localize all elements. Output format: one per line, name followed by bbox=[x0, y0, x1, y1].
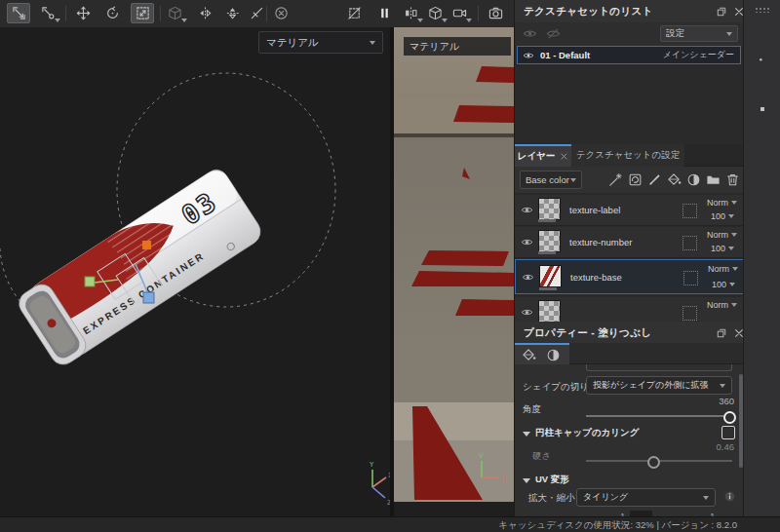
eye-icon[interactable] bbox=[523, 50, 534, 61]
tab-fill-properties[interactable] bbox=[515, 343, 569, 364]
pause-button[interactable] bbox=[372, 3, 396, 23]
uv-transform-section-header[interactable]: UV 変形 bbox=[523, 474, 569, 486]
material-mode-dropdown-3d[interactable]: マテリアル bbox=[258, 31, 383, 54]
display-settings-icon[interactable] bbox=[755, 29, 770, 45]
add-effect-wand-icon[interactable] bbox=[608, 172, 623, 187]
delete-layer-icon[interactable] bbox=[725, 172, 740, 187]
display-mode-button[interactable] bbox=[423, 3, 447, 23]
add-smart-mask-icon[interactable] bbox=[686, 172, 701, 187]
move-tool-button[interactable] bbox=[71, 3, 95, 23]
layer-row-texture-label[interactable]: texture-label Norm 100 bbox=[515, 195, 744, 226]
snap-angle-button[interactable] bbox=[245, 3, 268, 23]
transform-tool-button[interactable] bbox=[7, 3, 30, 23]
clipped-dropdown-sliver[interactable] bbox=[586, 364, 732, 371]
eye-icon[interactable] bbox=[521, 204, 533, 216]
visibility-single-icon[interactable] bbox=[546, 26, 561, 41]
toolbar-separator bbox=[266, 6, 267, 21]
layer-thumbnail[interactable] bbox=[538, 230, 561, 252]
symmetry-settings-button[interactable] bbox=[399, 3, 422, 23]
texture-set-settings-dropdown[interactable]: 設定 bbox=[660, 25, 738, 42]
pivot-mode-button[interactable] bbox=[163, 3, 186, 23]
blend-mode-dropdown[interactable]: Norm bbox=[707, 230, 740, 240]
texture-set-panel-header: テクスチャセットのリスト bbox=[515, 0, 744, 22]
uv-scale-label: 拡大・縮小 bbox=[528, 492, 575, 505]
collapse-triangle-icon bbox=[523, 432, 530, 437]
angle-slider-track[interactable] bbox=[586, 415, 732, 417]
layer-thumbnail[interactable] bbox=[538, 300, 561, 322]
frame-viewer-icon[interactable] bbox=[755, 101, 770, 117]
tab-close-icon[interactable] bbox=[560, 152, 568, 161]
axis-v-label: V bbox=[479, 452, 484, 460]
cylinder-cap-section-header[interactable]: 円柱キャップのカリング bbox=[523, 427, 640, 439]
popout-icon[interactable] bbox=[714, 325, 729, 341]
viewport-3d[interactable]: 03 EXPRESS CONTAINER bbox=[0, 27, 390, 516]
layer-row-texture-number[interactable]: texture-number Norm 100 bbox=[515, 227, 744, 258]
add-smart-material-icon[interactable] bbox=[628, 172, 643, 187]
history-icon[interactable] bbox=[755, 78, 770, 94]
axis-u-label: U bbox=[502, 475, 507, 482]
uv-scale-dropdown[interactable]: タイリング bbox=[576, 488, 716, 507]
opacity-dropdown[interactable]: 100 bbox=[711, 244, 740, 253]
chevron-down-icon bbox=[720, 384, 725, 388]
blend-mode-dropdown[interactable]: Norm bbox=[707, 300, 740, 310]
eye-icon[interactable] bbox=[521, 306, 533, 319]
mask-placeholder-icon[interactable] bbox=[682, 204, 697, 218]
properties-tabs bbox=[515, 343, 744, 364]
mask-placeholder-icon[interactable] bbox=[682, 306, 697, 321]
eye-icon[interactable] bbox=[522, 271, 534, 284]
layer-row-texture-base[interactable]: texture-base Norm 100 bbox=[515, 259, 744, 294]
collapse-triangle-icon bbox=[523, 478, 530, 483]
cylinder-cap-checkbox[interactable] bbox=[722, 426, 735, 439]
layer-thumbnail[interactable] bbox=[538, 198, 561, 220]
transform-pivot-tool-button[interactable] bbox=[36, 3, 59, 23]
info-icon[interactable] bbox=[723, 490, 736, 503]
shape-crop-dropdown[interactable]: 投影がシェイプの外側に拡張 bbox=[586, 376, 732, 395]
visibility-all-icon[interactable] bbox=[523, 26, 537, 41]
material-mode-label-2d[interactable]: マテリアル bbox=[404, 37, 511, 56]
deselect-button[interactable] bbox=[269, 3, 292, 23]
add-folder-icon[interactable] bbox=[706, 172, 721, 187]
camera-settings-button[interactable] bbox=[448, 3, 471, 23]
viewport-2d[interactable]: V U マテリアル bbox=[390, 27, 514, 516]
layer-name: texture-number bbox=[569, 227, 632, 257]
material-preview-icon[interactable] bbox=[546, 348, 561, 362]
eye-icon[interactable] bbox=[521, 236, 533, 248]
tab-texture-set-settings[interactable]: テクスチャセットの設定 bbox=[571, 144, 684, 167]
scale-tool-button[interactable] bbox=[131, 3, 154, 23]
hardness-slider-knob[interactable] bbox=[647, 456, 660, 469]
status-bar: キャッシュディスクの使用状況: 32% | バージョン : 8.2.0 bbox=[0, 516, 780, 532]
shelf-grip-handle[interactable] bbox=[755, 7, 770, 13]
channel-dropdown[interactable]: Base color bbox=[520, 171, 582, 189]
shader-settings-icon[interactable] bbox=[755, 54, 770, 69]
angle-slider-knob[interactable] bbox=[723, 411, 736, 424]
add-fill-layer-icon[interactable] bbox=[667, 172, 682, 187]
chevron-down-icon bbox=[55, 19, 60, 22]
texture-set-row[interactable]: 01 - Default メインシェーダー bbox=[517, 46, 741, 64]
viewport-2d-canvas: V U bbox=[394, 27, 514, 516]
model-container: 03 EXPRESS CONTAINER bbox=[11, 160, 266, 369]
blend-mode-dropdown[interactable]: Norm bbox=[708, 264, 741, 274]
screenshot-button[interactable] bbox=[484, 3, 507, 23]
layer-row-partial[interactable]: Norm bbox=[515, 297, 744, 322]
mirror-horizontal-button[interactable] bbox=[193, 3, 216, 23]
layer-subbar bbox=[538, 219, 556, 222]
mirror-vertical-button[interactable] bbox=[220, 3, 244, 23]
mask-placeholder-icon[interactable] bbox=[683, 271, 698, 285]
blend-mode-dropdown[interactable]: Norm bbox=[707, 198, 740, 208]
opacity-dropdown[interactable]: 100 bbox=[711, 211, 740, 221]
layer-thumbnail[interactable] bbox=[539, 265, 562, 287]
add-paint-layer-icon[interactable] bbox=[647, 172, 662, 187]
popout-icon[interactable] bbox=[714, 4, 729, 19]
toolbar-separator bbox=[65, 6, 66, 21]
tab-layers[interactable]: レイヤー bbox=[515, 144, 571, 167]
texture-set-shader[interactable]: メインシェーダー bbox=[663, 49, 734, 61]
mask-placeholder-icon[interactable] bbox=[682, 236, 697, 250]
right-shelf bbox=[743, 0, 780, 516]
rotate-tool-button[interactable] bbox=[100, 3, 124, 23]
chevron-down-icon bbox=[570, 178, 576, 182]
texture-set-toolbar: 設定 bbox=[515, 22, 744, 46]
chevron-down-icon bbox=[466, 19, 472, 22]
chevron-down-icon bbox=[703, 496, 709, 500]
projection-off-button[interactable] bbox=[342, 3, 366, 23]
opacity-dropdown[interactable]: 100 bbox=[712, 280, 741, 289]
